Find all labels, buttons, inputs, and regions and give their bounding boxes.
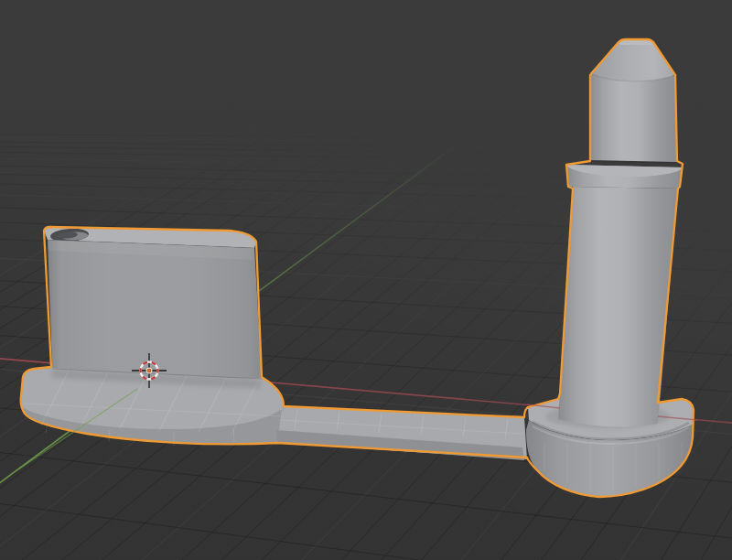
3d-viewport[interactable] [0, 0, 732, 560]
cursor-center-dot [146, 368, 152, 373]
3d-cursor [0, 0, 732, 560]
